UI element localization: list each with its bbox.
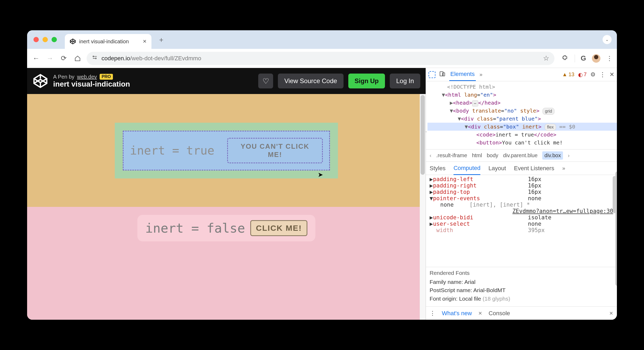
profile-avatar[interactable] [592, 54, 600, 63]
styles-tab[interactable]: Styles [430, 165, 446, 172]
computed-width[interactable]: width395px [430, 227, 613, 233]
dom-body[interactable]: ▼<body translate="no" style> grid [429, 107, 614, 115]
computed-styles-list[interactable]: ▶padding-left16px ▶padding-right16px ▶pa… [426, 175, 617, 267]
devtools-tabbar: Elements » ▲ 13 ◐ 7 ⚙ ⋮ ✕ [426, 68, 617, 81]
computed-user-select[interactable]: ▶user-selectnone [430, 221, 613, 227]
devtools-menu-icon[interactable]: ⋮ [599, 71, 606, 78]
love-button[interactable]: ♡ [258, 74, 273, 88]
crumb-iframe[interactable]: .result-iframe [436, 152, 467, 159]
crumb-parent[interactable]: div.parent.blue [503, 152, 538, 159]
more-style-tabs-icon[interactable]: » [562, 165, 565, 171]
home-button[interactable] [73, 54, 82, 63]
page-viewport: A Pen by web.dev PRO inert visual-indica… [27, 68, 426, 320]
computed-pointer-events[interactable]: ▼pointer-eventsnone [430, 195, 613, 202]
dom-html[interactable]: ▼<html lang="en"> [429, 91, 614, 99]
crumb-html[interactable]: html [472, 152, 482, 159]
devtools-close-icon[interactable]: ✕ [609, 71, 614, 78]
computed-padding-right[interactable]: ▶padding-right16px [430, 182, 613, 189]
signup-button[interactable]: Sign Up [348, 74, 385, 88]
window-controls [33, 37, 57, 42]
event-listeners-tab[interactable]: Event Listeners [514, 165, 554, 172]
browser-menu-icon[interactable]: ⋮ [606, 55, 613, 62]
warnings-badge[interactable]: ▲ 13 [562, 71, 574, 78]
inert-false-code: inert = false [145, 221, 245, 236]
computed-padding-left[interactable]: ▶padding-left16px [430, 176, 613, 182]
site-settings-icon[interactable] [92, 55, 98, 62]
crumb-scroll-left-icon[interactable]: ‹ [430, 152, 431, 159]
parent-pink-section: inert = false CLICK ME! [27, 207, 426, 320]
rendered-fonts-section: Rendered Fonts Family name: Arial PostSc… [426, 267, 617, 307]
byline-prefix: A Pen by [53, 74, 74, 80]
reload-button[interactable]: ⟳ [59, 54, 69, 63]
computed-pointer-events-source[interactable]: none[inert], [inert] * [430, 202, 613, 208]
dom-button[interactable]: <button>You can't click me! [429, 139, 614, 147]
svg-point-2 [95, 58, 96, 59]
codepen-logo-icon[interactable] [32, 73, 48, 89]
parent-blue-section: inert = true YOU CAN'T CLICK ME! [27, 94, 426, 207]
forward-button[interactable]: → [45, 54, 55, 63]
inspect-element-icon[interactable] [429, 71, 435, 78]
login-button[interactable]: Log In [390, 74, 420, 88]
computed-source-link[interactable]: ZEvdmmo?anon=tr…ew=fullpage:30 [430, 208, 613, 214]
crumb-box[interactable]: div.box [542, 151, 563, 160]
inert-true-button: YOU CAN'T CLICK ME! [227, 138, 323, 163]
close-whats-new-icon[interactable]: ✕ [478, 310, 482, 316]
svg-point-0 [93, 56, 94, 57]
devtools-settings-icon[interactable]: ⚙ [590, 71, 596, 78]
font-origin: Font origin: Local file (18 glyphs) [430, 294, 613, 303]
drawer-menu-icon[interactable]: ⋮ [430, 310, 435, 317]
pen-byline: A Pen by web.dev PRO [53, 74, 130, 80]
dom-head[interactable]: ▶<head>⋯</head> [429, 99, 614, 107]
dom-div-box-selected[interactable]: ▼<div class="box" inert> flex == $0 [427, 123, 617, 131]
inert-true-code: inert = true [130, 144, 224, 157]
tab-bar: inert visual-indication ✕ ＋ ⌄ [27, 30, 617, 49]
whats-new-tab[interactable]: What's new [442, 310, 472, 317]
device-toolbar-icon[interactable] [439, 71, 446, 78]
google-account-icon[interactable]: G [581, 54, 586, 62]
address-bar[interactable]: codepen.io/web-dot-dev/full/ZEvdmmo ☆ [87, 52, 554, 65]
dom-div-parent[interactable]: ▼<div class="parent blue"> [429, 115, 614, 123]
dom-doctype[interactable]: <!DOCTYPE html> [429, 83, 614, 91]
more-tabs-icon[interactable]: » [480, 71, 482, 78]
new-tab-button[interactable]: ＋ [158, 35, 165, 44]
preview-scrollthumb[interactable] [421, 95, 425, 175]
toolbar-actions: G ⋮ [561, 54, 613, 63]
rendered-fonts-heading: Rendered Fonts [430, 270, 613, 276]
dom-breadcrumbs[interactable]: ‹ .result-iframe html body div.parent.bl… [426, 150, 617, 162]
errors-badge[interactable]: ◐ 7 [578, 71, 587, 78]
computed-unicode-bidi[interactable]: ▶unicode-bidiisolate [430, 214, 613, 221]
dom-tree[interactable]: <!DOCTYPE html> ▼<html lang="en"> ▶<head… [426, 81, 617, 150]
back-button[interactable]: ← [31, 54, 41, 63]
pen-meta: A Pen by web.dev PRO inert visual-indica… [53, 74, 130, 88]
preview-scrollbar[interactable] [420, 94, 426, 320]
elements-tab[interactable]: Elements [449, 68, 476, 81]
console-tab[interactable]: Console [489, 310, 510, 317]
close-drawer-icon[interactable]: ✕ [609, 310, 613, 316]
devtools-main-scrollbar[interactable] [615, 172, 617, 286]
computed-tab[interactable]: Computed [454, 165, 481, 175]
pro-badge: PRO [100, 74, 113, 80]
maximize-window-button[interactable] [52, 37, 57, 42]
separator [575, 54, 575, 62]
extensions-icon[interactable] [561, 55, 569, 62]
bookmark-icon[interactable]: ☆ [543, 54, 549, 62]
devtools-drawer: ⋮ What's new ✕ Console ✕ [426, 306, 617, 320]
browser-window: inert visual-indication ✕ ＋ ⌄ ← → ⟳ code… [27, 30, 617, 320]
computed-padding-top[interactable]: ▶padding-top16px [430, 189, 613, 195]
codepen-favicon [70, 38, 76, 45]
tab-overflow-button[interactable]: ⌄ [603, 35, 612, 44]
pen-preview: inert = true YOU CAN'T CLICK ME! inert =… [27, 94, 426, 320]
browser-tab[interactable]: inert visual-indication ✕ [65, 34, 151, 49]
crumb-scroll-right-icon[interactable]: › [568, 152, 570, 159]
inert-false-button[interactable]: CLICK ME! [250, 220, 307, 236]
inert-false-box: inert = false CLICK ME! [137, 215, 316, 241]
crumb-body[interactable]: body [487, 152, 498, 159]
pen-author-link[interactable]: web.dev [77, 74, 97, 80]
dom-code[interactable]: <code>inert = true</code> [429, 131, 614, 139]
close-tab-icon[interactable]: ✕ [143, 39, 147, 44]
view-source-button[interactable]: View Source Code [278, 74, 343, 88]
layout-tab[interactable]: Layout [488, 165, 506, 172]
close-window-button[interactable] [33, 37, 39, 42]
tab-title: inert visual-indication [79, 39, 129, 45]
minimize-window-button[interactable] [43, 37, 48, 42]
